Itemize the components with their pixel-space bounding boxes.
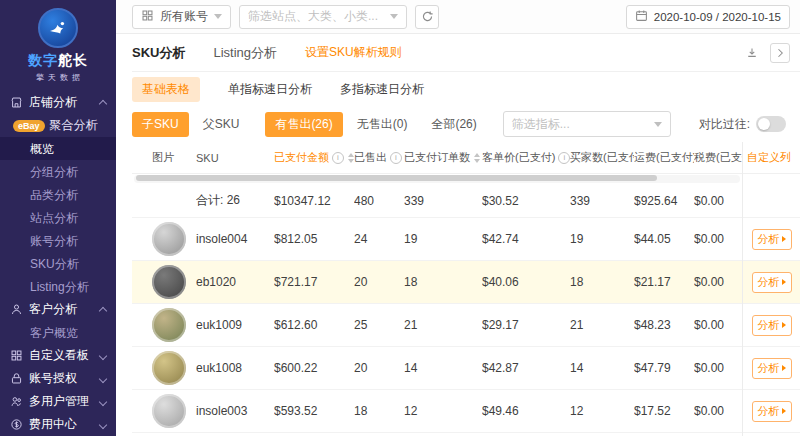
sidebar-item-1-0[interactable]: 客户概览 [0,321,116,344]
customer-icon [10,303,23,316]
column-label: 买家数(已支付) [570,150,634,165]
chevron-up-icon [99,307,107,315]
filter-parent-sku[interactable]: 父SKU [193,112,250,137]
action-cell[interactable]: 分析 [743,218,800,261]
table-body: 合计: 26$10347.12480339$30.52339$925.64$0.… [132,184,742,436]
table-header-row: 图片SKU已支付金额i已售出i已支付订单数客单价(已支付)i买家数(已支付)i运… [132,142,742,174]
table-row[interactable]: euk1008$600.222014$42.8714$47.79$0.00 [132,347,742,390]
sidebar-item-0-7[interactable]: Listing分析 [0,275,116,298]
scrollbar-thumb[interactable] [136,175,657,181]
sidebar-item-aggregate[interactable]: eBay聚合分析 [0,114,116,137]
sidebar-item-0-1[interactable]: 概览 [0,137,116,160]
value-cell: 20 [354,275,404,289]
custom-column-header[interactable]: 自定义列 [743,142,800,174]
product-image-cell [132,308,196,342]
compare-toggle[interactable] [756,116,786,132]
download-button[interactable] [742,43,762,63]
sku-parse-rules-link[interactable]: 设置SKU解析规则 [305,44,402,61]
horizontal-scrollbar[interactable] [134,175,740,183]
sidebar-section-label: 店铺分析 [29,94,94,111]
column-label: 已支付订单数 [404,150,470,165]
value-cell: $40.06 [482,275,570,289]
action-cell[interactable]: 分析 [743,347,800,390]
subtab-single-metric[interactable]: 单指标速日分析 [228,81,312,98]
account-selector[interactable]: 所有账号 [132,5,231,29]
column-header-5[interactable]: 客单价(已支付)i [482,150,570,165]
sidebar-item-0-6[interactable]: SKU分析 [0,252,116,275]
column-label: 税费(已支付) [694,150,742,165]
table-row[interactable]: insole004$812.052419$42.7419$44.05$0.00 [132,218,742,261]
sidebar-item-0-5[interactable]: 账号分析 [0,229,116,252]
column-header-8[interactable]: 税费(已支付)i [694,150,742,165]
brand-primary: 数字 [28,52,58,68]
value-cell: $721.17 [274,275,354,289]
table-row[interactable]: insole003$593.521812$49.4612$17.52$0.00 [132,390,742,433]
column-header-2[interactable]: 已支付金额i [274,150,354,165]
column-header-7[interactable]: 运费(已支付)i [634,150,694,165]
brand-name: 数字舵长 [0,52,116,70]
analyze-button-label: 分析 [758,404,780,419]
tab-listing-analysis[interactable]: Listing分析 [213,44,277,62]
action-cell[interactable]: 分析 [743,390,800,433]
action-cell[interactable]: 分析 [743,304,800,347]
sidebar-section-4[interactable]: 多用户管理 [0,390,116,413]
value-cell: $0.00 [694,361,742,375]
value-cell: 18 [354,404,404,418]
sidebar-item-0-2[interactable]: 分组分析 [0,160,116,183]
sku-cell: insole004 [196,232,274,246]
sidebar-section-5[interactable]: 费用中心 [0,413,116,436]
value-cell: $593.52 [274,404,354,418]
column-label: 已售出 [354,150,387,165]
users-icon [10,395,23,408]
analyze-button[interactable]: 分析 [752,229,792,250]
filter-sold[interactable]: 有售出(26) [265,112,342,137]
date-range-picker[interactable]: 2020-10-09 / 2020-10-15 [626,5,790,29]
sidebar-section-0[interactable]: 店铺分析 [0,91,116,114]
table-total-row[interactable]: 合计: 26$10347.12480339$30.52339$925.64$0.… [132,184,742,218]
value-cell: $49.46 [482,404,570,418]
lock-icon [10,372,23,385]
sort-icon[interactable] [474,153,480,163]
value-cell: $30.52 [482,194,570,208]
metric-filter-select[interactable]: 筛选指标... [503,111,671,137]
filter-row: 子SKU 父SKU 有售出(26) 无售出(0) 全部(26) 筛选指标... … [132,106,800,142]
compare-label: 对比过往: [699,116,750,133]
subtab-multi-metric[interactable]: 多指标速日分析 [340,81,424,98]
value-cell: 19 [404,232,482,246]
filter-all[interactable]: 全部(26) [421,112,486,137]
tab-sku-analysis[interactable]: SKU分析 [132,44,185,62]
sidebar: 数字舵长 擎天数据 店铺分析eBay聚合分析概览分组分析品类分析站点分析账号分析… [0,0,116,436]
value-cell: $0.00 [694,194,742,208]
site-filter-select[interactable]: 筛选站点、大类、小类... [239,5,407,29]
analyze-button[interactable]: 分析 [752,401,792,422]
sidebar-section-2[interactable]: 自定义看板 [0,344,116,367]
sidebar-item-0-4[interactable]: 站点分析 [0,206,116,229]
subtab-basic-table[interactable]: 基础表格 [132,77,200,102]
filter-child-sku[interactable]: 子SKU [132,112,189,137]
table-row[interactable]: eb1020$721.172018$40.0618$21.17$0.00 [132,261,742,304]
refresh-button[interactable] [415,5,439,29]
column-header-3[interactable]: 已售出i [354,150,404,165]
product-image-cell [132,222,196,256]
column-header-4[interactable]: 已支付订单数 [404,150,482,165]
sku-cell: euk1008 [196,361,274,375]
analyze-button[interactable]: 分析 [752,358,792,379]
expand-panel-button[interactable] [770,43,790,63]
content: SKU分析 Listing分析 设置SKU解析规则 基础表格 单指标速日分析 多… [116,34,800,436]
value-cell: 18 [404,275,482,289]
analyze-button[interactable]: 分析 [752,315,792,336]
sidebar-section-1[interactable]: 客户分析 [0,298,116,321]
tab-actions [742,43,790,63]
column-header-6[interactable]: 买家数(已支付)i [570,150,634,165]
sidebar-section-3[interactable]: 账号授权 [0,367,116,390]
table-scroll-area[interactable]: 图片SKU已支付金额i已售出i已支付订单数客单价(已支付)i买家数(已支付)i运… [132,142,742,436]
table-row[interactable]: euk1009$612.602521$29.1721$48.23$0.00 [132,304,742,347]
site-filter-placeholder: 筛选站点、大类、小类... [248,8,378,25]
filter-unsold[interactable]: 无售出(0) [347,112,418,137]
action-cell[interactable]: 分析 [743,261,800,304]
analyze-button[interactable]: 分析 [752,272,792,293]
grid-icon [141,9,154,25]
sidebar-item-0-3[interactable]: 品类分析 [0,183,116,206]
main-area: 所有账号 筛选站点、大类、小类... 2020-10-09 / 2020-10-… [116,0,800,436]
value-cell: $10347.12 [274,194,354,208]
